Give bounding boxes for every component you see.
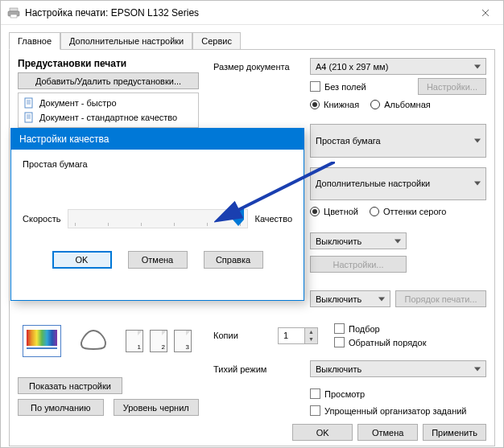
document-icon	[23, 97, 35, 109]
tab-strip: Главное Дополнительные настройки Сервис	[9, 31, 495, 49]
ink-level-button[interactable]: Уровень чернил	[114, 399, 200, 416]
svg-rect-2	[10, 14, 17, 18]
multipage-dropdown[interactable]: Выключить	[310, 290, 390, 307]
preview-checkbox[interactable]: Просмотр	[213, 388, 486, 399]
preset-item[interactable]: Документ - быстро	[19, 96, 198, 110]
paper-type-text: Простая бумага	[23, 159, 292, 169]
portrait-radio[interactable]: Книжная	[310, 100, 359, 109]
copies-input[interactable]	[279, 328, 304, 343]
tab-additional[interactable]: Дополнительные настройки	[60, 32, 192, 50]
tab-main[interactable]: Главное	[9, 32, 60, 50]
quiet-mode-dropdown[interactable]: Выключить	[310, 360, 486, 377]
borderless-settings-button[interactable]: Настройки...	[418, 78, 486, 95]
modal-ok-button[interactable]: OK	[52, 251, 112, 269]
duplex-settings-button[interactable]: Настройки...	[310, 256, 407, 273]
duplex-dropdown[interactable]: Выключить	[310, 232, 407, 249]
document-icon	[23, 112, 35, 123]
dialog-title: Настройки качества	[11, 129, 304, 150]
add-remove-presets-button[interactable]: Добавить/Удалить предустановки...	[18, 72, 199, 89]
apply-button[interactable]: Применить	[423, 424, 486, 441]
reverse-order-checkbox[interactable]: Обратный порядок	[334, 337, 426, 347]
preview-area: 1 2 3	[18, 313, 199, 369]
modal-help-button[interactable]: Справка	[204, 251, 263, 269]
quiet-mode-label: Тихий режим	[213, 364, 310, 374]
slider-thumb[interactable]	[233, 208, 244, 228]
preset-label: Документ - стандартное качество	[39, 113, 177, 122]
preset-item[interactable]: Документ - стандартное качество	[19, 110, 198, 125]
presets-title: Предустановки печати	[18, 58, 199, 69]
borderless-checkbox[interactable]: Без полей	[310, 81, 366, 92]
window-title: Настройка печати: EPSON L132 Series	[25, 7, 199, 18]
organizer-checkbox[interactable]: Упрощенный организатор заданий	[213, 405, 486, 416]
doc-size-label: Размер документа	[213, 62, 310, 72]
hand-icon	[76, 324, 111, 358]
tab-service[interactable]: Сервис	[192, 32, 241, 50]
slider-min-label: Скорость	[23, 214, 61, 224]
quality-slider[interactable]	[68, 209, 249, 228]
color-radio[interactable]: Цветной	[310, 207, 358, 216]
color-preview-icon	[23, 325, 61, 357]
paper-type-dropdown[interactable]: Простая бумага	[310, 124, 486, 158]
doc-size-dropdown[interactable]: A4 (210 x 297 мм)	[310, 58, 486, 75]
svg-rect-3	[25, 98, 32, 108]
show-settings-button[interactable]: Показать настройки	[18, 377, 122, 394]
dialog-footer: OK Отмена Применить	[18, 416, 486, 441]
quality-settings-dialog: Настройки качества Простая бумага Скорос…	[10, 128, 304, 301]
printer-icon	[7, 6, 20, 19]
cancel-button[interactable]: Отмена	[357, 424, 418, 441]
titlebar: Настройка печати: EPSON L132 Series	[1, 1, 503, 25]
print-settings-window: Настройка печати: EPSON L132 Series Глав…	[0, 0, 504, 448]
slider-max-label: Качество	[254, 214, 292, 224]
collate-checkbox[interactable]: Подбор	[334, 323, 426, 334]
close-icon[interactable]	[467, 1, 503, 25]
quality-dropdown[interactable]: Дополнительные настройки	[310, 167, 486, 201]
print-order-button[interactable]: Порядок печати...	[395, 290, 486, 307]
svg-rect-0	[10, 8, 18, 11]
ok-button[interactable]: OK	[292, 424, 353, 441]
page-order-icon: 1 2 3	[126, 330, 192, 352]
preset-label: Документ - быстро	[39, 98, 117, 108]
grayscale-radio[interactable]: Оттенки серого	[370, 207, 446, 216]
modal-cancel-button[interactable]: Отмена	[128, 251, 188, 269]
default-button[interactable]: По умолчанию	[18, 399, 104, 416]
svg-rect-4	[25, 113, 32, 122]
landscape-radio[interactable]: Альбомная	[370, 100, 431, 109]
copies-spinner[interactable]: ▲▼	[278, 327, 318, 344]
presets-list[interactable]: Документ - быстро Документ - стандартное…	[18, 92, 199, 128]
copies-label: Копии	[213, 331, 278, 340]
